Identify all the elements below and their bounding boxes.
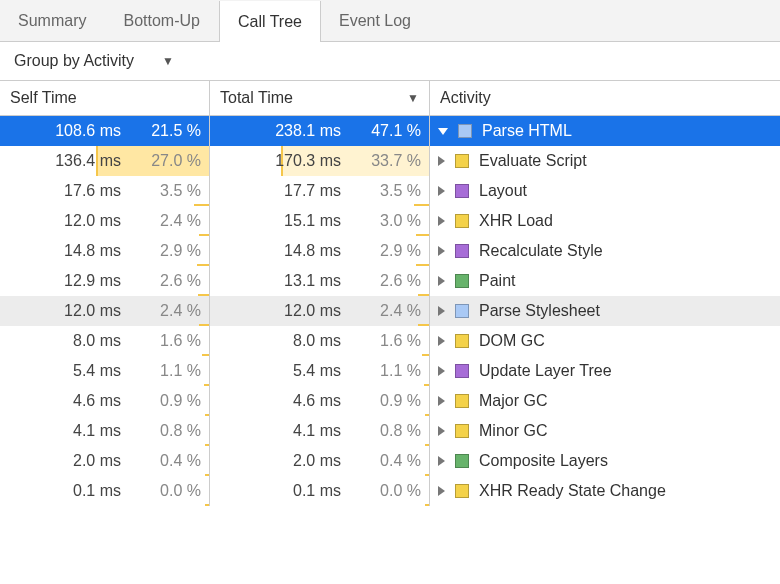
tab-call-tree[interactable]: Call Tree (219, 1, 321, 42)
column-activity[interactable]: Activity (430, 81, 780, 115)
table-row[interactable]: 136.4 ms27.0 %170.3 ms33.7 %Evaluate Scr… (0, 146, 780, 176)
table-row[interactable]: 12.0 ms2.4 %12.0 ms2.4 %Parse Stylesheet (0, 296, 780, 326)
activity-name: Layout (479, 182, 527, 200)
expander-closed-icon[interactable] (438, 396, 445, 406)
column-total-time[interactable]: Total Time ▼ (210, 81, 430, 115)
expander-closed-icon[interactable] (438, 156, 445, 166)
self-time-cell: 12.0 ms2.4 % (0, 206, 210, 236)
self-time-pct: 0.9 % (131, 392, 201, 410)
table-row[interactable]: 4.1 ms0.8 %4.1 ms0.8 %Minor GC (0, 416, 780, 446)
self-time-cell: 108.6 ms21.5 % (0, 116, 210, 146)
self-time-pct: 1.6 % (131, 332, 201, 350)
expander-closed-icon[interactable] (438, 276, 445, 286)
activity-color-swatch (455, 244, 469, 258)
activity-cell: XHR Load (430, 206, 780, 236)
self-time-cell: 8.0 ms1.6 % (0, 326, 210, 356)
table-row[interactable]: 108.6 ms21.5 %238.1 ms47.1 %Parse HTML (0, 116, 780, 146)
activity-cell: Composite Layers (430, 446, 780, 476)
expander-open-icon[interactable] (438, 128, 448, 135)
activity-name: Recalculate Style (479, 242, 603, 260)
expander-closed-icon[interactable] (438, 246, 445, 256)
chevron-down-icon: ▼ (162, 54, 174, 68)
expander-closed-icon[interactable] (438, 366, 445, 376)
self-time-cell: 4.1 ms0.8 % (0, 416, 210, 446)
table-row[interactable]: 14.8 ms2.9 %14.8 ms2.9 %Recalculate Styl… (0, 236, 780, 266)
total-time-cell: 170.3 ms33.7 % (210, 146, 430, 176)
total-time-ms: 8.0 ms (261, 332, 351, 350)
expander-closed-icon[interactable] (438, 426, 445, 436)
activity-cell: Paint (430, 266, 780, 296)
activity-cell: Minor GC (430, 416, 780, 446)
table-row[interactable]: 0.1 ms0.0 %0.1 ms0.0 %XHR Ready State Ch… (0, 476, 780, 506)
activity-name: Composite Layers (479, 452, 608, 470)
activity-cell: Evaluate Script (430, 146, 780, 176)
activity-name: Update Layer Tree (479, 362, 612, 380)
activity-name: Major GC (479, 392, 547, 410)
total-time-ms: 15.1 ms (261, 212, 351, 230)
total-time-cell: 0.1 ms0.0 % (210, 476, 430, 506)
self-time-ms: 4.1 ms (41, 422, 131, 440)
self-time-ms: 4.6 ms (41, 392, 131, 410)
activity-cell: XHR Ready State Change (430, 476, 780, 506)
activity-name: DOM GC (479, 332, 545, 350)
total-time-cell: 14.8 ms2.9 % (210, 236, 430, 266)
activity-color-swatch (455, 274, 469, 288)
tab-bottom-up[interactable]: Bottom-Up (105, 0, 218, 41)
self-time-pct: 2.9 % (131, 242, 201, 260)
group-by-dropdown[interactable]: Group by Activity ▼ (0, 42, 780, 80)
self-time-ms: 14.8 ms (41, 242, 131, 260)
activity-name: Paint (479, 272, 515, 290)
activity-cell: DOM GC (430, 326, 780, 356)
self-time-pct: 0.4 % (131, 452, 201, 470)
table-row[interactable]: 2.0 ms0.4 %2.0 ms0.4 %Composite Layers (0, 446, 780, 476)
table-row[interactable]: 8.0 ms1.6 %8.0 ms1.6 %DOM GC (0, 326, 780, 356)
table-row[interactable]: 5.4 ms1.1 %5.4 ms1.1 %Update Layer Tree (0, 356, 780, 386)
self-time-ms: 12.9 ms (41, 272, 131, 290)
self-time-cell: 14.8 ms2.9 % (0, 236, 210, 266)
expander-closed-icon[interactable] (438, 216, 445, 226)
total-time-pct: 2.9 % (351, 242, 421, 260)
group-by-label: Group by Activity (14, 52, 134, 70)
self-time-cell: 12.0 ms2.4 % (0, 296, 210, 326)
total-time-pct: 0.4 % (351, 452, 421, 470)
table-row[interactable]: 17.6 ms3.5 %17.7 ms3.5 %Layout (0, 176, 780, 206)
table-row[interactable]: 12.0 ms2.4 %15.1 ms3.0 %XHR Load (0, 206, 780, 236)
self-time-pct: 2.4 % (131, 212, 201, 230)
expander-closed-icon[interactable] (438, 456, 445, 466)
self-time-ms: 0.1 ms (41, 482, 131, 500)
activity-name: Parse Stylesheet (479, 302, 600, 320)
self-time-ms: 2.0 ms (41, 452, 131, 470)
total-time-cell: 12.0 ms2.4 % (210, 296, 430, 326)
self-time-pct: 27.0 % (131, 152, 201, 170)
expander-closed-icon[interactable] (438, 186, 445, 196)
expander-closed-icon[interactable] (438, 336, 445, 346)
total-time-cell: 17.7 ms3.5 % (210, 176, 430, 206)
activity-color-swatch (455, 154, 469, 168)
expander-closed-icon[interactable] (438, 306, 445, 316)
tab-event-log[interactable]: Event Log (321, 0, 430, 41)
total-time-ms: 170.3 ms (261, 152, 351, 170)
self-time-ms: 12.0 ms (41, 212, 131, 230)
activity-cell: Major GC (430, 386, 780, 416)
self-time-cell: 0.1 ms0.0 % (0, 476, 210, 506)
activity-name: Minor GC (479, 422, 547, 440)
expander-closed-icon[interactable] (438, 486, 445, 496)
column-self-time[interactable]: Self Time (0, 81, 210, 115)
total-time-cell: 5.4 ms1.1 % (210, 356, 430, 386)
column-activity-label: Activity (440, 89, 491, 107)
table-row[interactable]: 4.6 ms0.9 %4.6 ms0.9 %Major GC (0, 386, 780, 416)
self-time-cell: 17.6 ms3.5 % (0, 176, 210, 206)
self-time-cell: 5.4 ms1.1 % (0, 356, 210, 386)
self-time-ms: 8.0 ms (41, 332, 131, 350)
table-row[interactable]: 12.9 ms2.6 %13.1 ms2.6 %Paint (0, 266, 780, 296)
tab-summary[interactable]: Summary (0, 0, 105, 41)
activity-name: Evaluate Script (479, 152, 587, 170)
self-time-pct: 0.0 % (131, 482, 201, 500)
total-time-ms: 0.1 ms (261, 482, 351, 500)
self-time-pct: 2.4 % (131, 302, 201, 320)
table-header: Self Time Total Time ▼ Activity (0, 80, 780, 116)
self-time-ms: 108.6 ms (41, 122, 131, 140)
self-time-ms: 136.4 ms (41, 152, 131, 170)
self-time-pct: 3.5 % (131, 182, 201, 200)
self-time-ms: 12.0 ms (41, 302, 131, 320)
